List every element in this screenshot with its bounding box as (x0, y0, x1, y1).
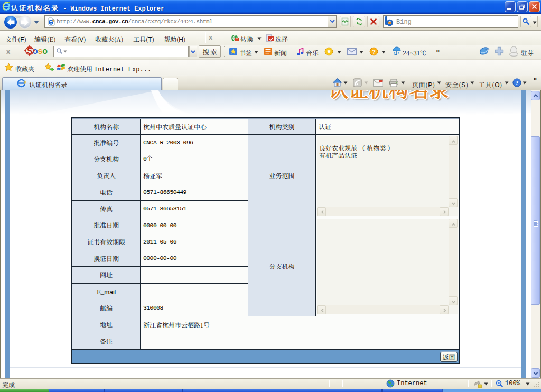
svg-text:?: ? (372, 49, 376, 55)
svg-text:?: ? (516, 79, 519, 87)
